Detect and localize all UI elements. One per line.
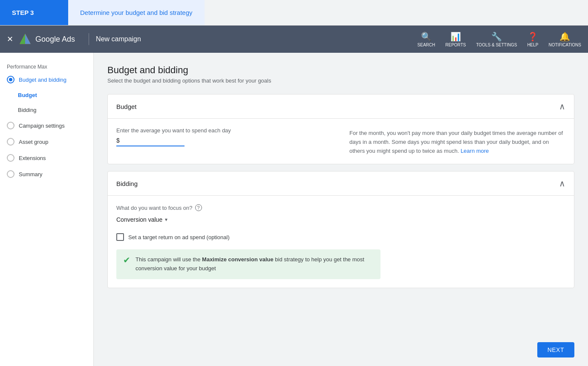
svg-marker-1 [25, 34, 31, 44]
step-title-text: Determine your budget and bid strategy [80, 9, 193, 16]
radio-budget-bidding [7, 76, 14, 83]
bidding-card-header: Bidding ∧ [108, 172, 574, 196]
main-layout: Performance Max Budget and bidding Budge… [0, 53, 588, 366]
focus-question: What do you want to focus on? [116, 205, 193, 211]
nav-actions: 🔍 SEARCH 📊 REPORTS 🔧 TOOLS & SETTINGS ❓ … [418, 31, 581, 47]
step-banner: STEP 3 Determine your budget and bid str… [0, 0, 588, 26]
sidebar-item-campaign-settings[interactable]: Campaign settings [0, 117, 93, 134]
nav-divider [89, 33, 89, 45]
nav-help[interactable]: ❓ HELP [527, 31, 538, 47]
sidebar-section-performance-max: Performance Max [0, 60, 93, 71]
page-subtitle: Select the budget and bidding options th… [107, 77, 574, 84]
bidding-card-title: Bidding [116, 180, 138, 187]
budget-content: Enter the average you want to spend each… [116, 127, 565, 155]
performance-max-label: Performance Max [7, 64, 47, 70]
learn-more-link[interactable]: Learn more [461, 148, 489, 154]
budget-input[interactable] [121, 137, 172, 144]
step-badge: STEP 3 [0, 0, 68, 25]
radio-extensions [7, 154, 14, 162]
bidding-collapse-icon[interactable]: ∧ [559, 178, 565, 189]
help-label: HELP [527, 43, 538, 47]
budget-card: Budget ∧ Enter the average you want to s… [107, 94, 574, 164]
google-ads-logo-icon [18, 32, 32, 46]
budget-bidding-label: Budget and bidding [19, 77, 66, 83]
asset-group-label: Asset group [19, 139, 48, 145]
learn-more-label: Learn more [461, 148, 489, 154]
sidebar-item-extensions[interactable]: Extensions [0, 150, 93, 166]
budget-input-prefix: $ [116, 137, 120, 144]
budget-side-note: For the month, you won't pay more than y… [349, 130, 563, 154]
focus-help-icon[interactable]: ? [195, 204, 202, 211]
nav-tools[interactable]: 🔧 TOOLS & SETTINGS [476, 31, 517, 47]
focus-dropdown[interactable]: Conversion value ▾ [116, 214, 167, 225]
sidebar-item-summary[interactable]: Summary [0, 166, 93, 182]
tools-icon: 🔧 [491, 31, 502, 42]
radio-campaign-settings [7, 122, 14, 129]
campaign-settings-label: Campaign settings [19, 123, 65, 129]
info-banner: ✔ This campaign will use the Maximize co… [116, 249, 380, 279]
info-text: This campaign will use the Maximize conv… [135, 255, 374, 273]
top-nav: ✕ Google Ads New campaign 🔍 SEARCH 📊 REP… [0, 26, 588, 53]
reports-label: REPORTS [445, 43, 466, 47]
budget-card-header: Budget ∧ [108, 94, 574, 119]
budget-left: Enter the average you want to spend each… [116, 127, 332, 155]
app-name: Google Ads [35, 35, 75, 44]
bidding-body: What do you want to focus on? ? Conversi… [108, 196, 574, 288]
next-button[interactable]: NEXT [537, 342, 574, 357]
step-title: Determine your budget and bid strategy [68, 0, 205, 25]
bidding-sub-label: Bidding [18, 107, 36, 113]
budget-collapse-icon[interactable]: ∧ [559, 101, 565, 112]
summary-label: Summary [19, 171, 43, 177]
budget-card-title: Budget [116, 103, 137, 110]
budget-field-label: Enter the average you want to spend each… [116, 127, 332, 134]
notifications-icon: 🔔 [559, 31, 570, 42]
sidebar-item-asset-group[interactable]: Asset group [0, 134, 93, 150]
svg-marker-2 [20, 34, 25, 44]
sidebar: Performance Max Budget and bidding Budge… [0, 53, 94, 366]
notifications-label: NOTIFICATIONS [549, 43, 581, 47]
close-button[interactable]: ✕ [7, 34, 13, 44]
bidding-card: Bidding ∧ What do you want to focus on? … [107, 171, 574, 288]
check-circle-icon: ✔ [123, 255, 130, 265]
checkbox-row: Set a target return on ad spend (optiona… [116, 233, 565, 241]
nav-reports[interactable]: 📊 REPORTS [445, 31, 466, 47]
info-text-bold: Maximize conversion value [202, 256, 274, 263]
footer-actions: NEXT [94, 334, 588, 366]
target-roas-checkbox[interactable] [116, 233, 124, 241]
search-icon: 🔍 [421, 31, 432, 42]
extensions-label: Extensions [19, 155, 46, 161]
budget-input-wrapper: $ [116, 137, 184, 146]
focus-value: Conversion value [116, 216, 162, 223]
nav-notifications[interactable]: 🔔 NOTIFICATIONS [549, 31, 581, 47]
content-area: Budget and bidding Select the budget and… [94, 53, 588, 334]
dropdown-arrow-icon: ▾ [165, 217, 167, 223]
reports-icon: 📊 [450, 31, 461, 42]
sidebar-item-budget[interactable]: Budget [0, 88, 93, 103]
radio-asset-group [7, 138, 14, 146]
budget-right: For the month, you won't pay more than y… [349, 127, 565, 155]
step-badge-label: STEP 3 [12, 9, 34, 16]
nav-logo: Google Ads [18, 32, 82, 46]
info-text-prefix: This campaign will use the [135, 256, 202, 263]
focus-label: What do you want to focus on? ? [116, 204, 565, 211]
budget-card-body: Enter the average you want to spend each… [108, 119, 574, 164]
sidebar-item-budget-bidding[interactable]: Budget and bidding [0, 71, 93, 88]
budget-sub-label: Budget [18, 92, 37, 98]
checkbox-label: Set a target return on ad spend (optiona… [128, 234, 230, 240]
campaign-name: New campaign [96, 35, 141, 43]
tools-label: TOOLS & SETTINGS [476, 43, 517, 47]
page-title: Budget and bidding [107, 65, 574, 76]
help-icon: ❓ [527, 31, 538, 42]
nav-search[interactable]: 🔍 SEARCH [418, 31, 435, 47]
sidebar-item-bidding[interactable]: Bidding [0, 103, 93, 117]
radio-summary [7, 170, 14, 178]
search-label: SEARCH [418, 43, 435, 47]
